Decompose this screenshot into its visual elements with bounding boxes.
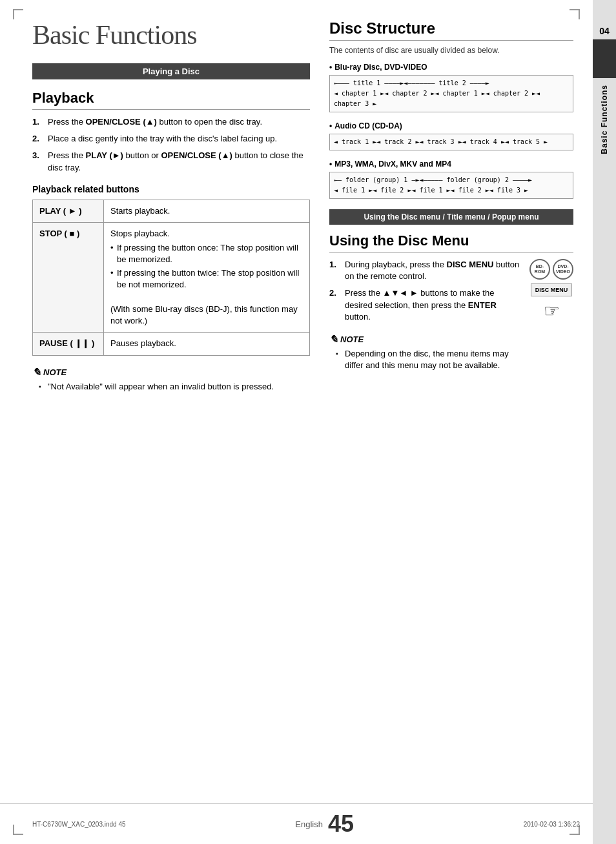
buttons-header: Playback related buttons <box>32 184 310 194</box>
dvd-video-icon: DVD-VIDEO <box>553 259 573 280</box>
bd-rom-icon: BD-ROM <box>529 259 550 280</box>
button-description: Stops playback. If pressing the button o… <box>104 222 310 333</box>
disc-type-label: Blu-ray Disc, DVD-VIDEO <box>329 63 573 72</box>
footer-filename: HT-C6730W_XAC_0203.indd 45 <box>32 821 126 828</box>
list-item: "Not Available" will appear when an inva… <box>39 381 310 393</box>
note-title: ✎ NOTE <box>329 333 520 345</box>
disc-menu-note: ✎ NOTE Depending on the disc, the menu i… <box>329 333 520 371</box>
list-item: 2. Press the ▲▼◄ ► buttons to make the d… <box>329 287 520 323</box>
note-label: NOTE <box>340 335 364 344</box>
chapter-title: Basic Functions <box>600 85 609 154</box>
list-item: Depending on the disc, the menu items ma… <box>336 348 520 371</box>
dvd-video-label: DVD-VIDEO <box>554 264 572 274</box>
corner-tl <box>13 9 23 19</box>
hand-icon: ☞ <box>544 300 560 322</box>
disc-diagram-cd: ◄ track 1 ►◄ track 2 ►◄ track 3 ►◄ track… <box>329 134 573 150</box>
page-wrapper: 04 Basic Functions Basic Functions Playi… <box>0 0 616 844</box>
table-row: PAUSE ( ❙❙ ) Pauses playback. <box>33 333 310 355</box>
note-icon: ✎ <box>32 366 41 378</box>
list-item: 1. Press the OPEN/CLOSE (▲) button to op… <box>32 116 310 128</box>
list-item: 3. Press the PLAY (►) button or OPEN/CLO… <box>32 150 310 173</box>
note-list: Depending on the disc, the menu items ma… <box>336 348 520 371</box>
list-item: 1. During playback, press the DISC MENU … <box>329 259 520 282</box>
chapter-number: 04 <box>599 26 610 36</box>
disc-icons-row: BD-ROM DVD-VIDEO <box>529 259 573 280</box>
disc-type-cd: Audio CD (CD-DA) ◄ track 1 ►◄ track 2 ►◄… <box>329 121 573 150</box>
disc-type-label: Audio CD (CD-DA) <box>329 121 573 130</box>
disc-menu-content: 1. During playback, press the DISC MENU … <box>329 259 573 373</box>
side-tab: 04 Basic Functions <box>593 0 616 844</box>
page-title: Basic Functions <box>32 19 310 50</box>
note-title: ✎ NOTE <box>32 366 310 378</box>
step-text: Press the ▲▼◄ ► buttons to make the desi… <box>345 287 520 323</box>
disc-type-label: MP3, WMA, DivX, MKV and MP4 <box>329 160 573 169</box>
note-section: ✎ NOTE "Not Available" will appear when … <box>32 366 310 393</box>
disc-menu-steps: 1. During playback, press the DISC MENU … <box>329 259 520 373</box>
disc-diagram-bluray: ←——— title 1 ————►◄——————— title 2 ————►… <box>329 75 573 112</box>
playback-steps: 1. Press the OPEN/CLOSE (▲) button to op… <box>32 116 310 174</box>
button-description: Pauses playback. <box>104 333 310 355</box>
step-number: 3. <box>32 150 44 173</box>
disc-intro: The contents of disc are usually divided… <box>329 46 573 55</box>
playback-title: Playback <box>32 90 310 110</box>
disc-menu-bar: Using the Disc menu / Title menu / Popup… <box>329 209 573 225</box>
note-label: NOTE <box>43 367 67 377</box>
step-text: During playback, press the DISC MENU but… <box>345 259 520 282</box>
left-column: Basic Functions Playing a Disc Playback … <box>32 19 310 394</box>
corner-tr <box>570 9 580 19</box>
step-number: 1. <box>329 259 341 282</box>
main-content: Basic Functions Playing a Disc Playback … <box>0 0 593 433</box>
playback-table: PLAY ( ► ) Starts playback. STOP ( ■ ) S… <box>32 200 310 356</box>
note-list: "Not Available" will appear when an inva… <box>39 381 310 393</box>
step-number: 1. <box>32 116 44 128</box>
disc-menu-icons: BD-ROM DVD-VIDEO DISC MENU ☞ <box>529 259 573 322</box>
list-item: 2. Place a disc gently into the tray wit… <box>32 133 310 145</box>
language-label: English <box>295 819 323 829</box>
button-label: PLAY ( ► ) <box>33 200 104 222</box>
disc-diagram-mp3: ←— folder (group) 1 —►◄————— folder (gro… <box>329 172 573 199</box>
page-number: 45 <box>328 810 354 838</box>
footer-page: English 45 <box>295 810 354 838</box>
footer-date: 2010-02-03 1:36:22 <box>524 821 580 828</box>
step-number: 2. <box>32 133 44 145</box>
step-text: Press the OPEN/CLOSE (▲) button to open … <box>48 116 262 128</box>
disc-structure-title: Disc Structure <box>329 19 573 41</box>
bd-rom-label: BD-ROM <box>531 264 549 274</box>
step-text: Press the PLAY (►) button or OPEN/CLOSE … <box>48 150 310 173</box>
table-row: STOP ( ■ ) Stops playback. If pressing t… <box>33 222 310 333</box>
disc-menu-title: Using the Disc Menu <box>329 232 573 252</box>
right-column: Disc Structure The contents of disc are … <box>323 19 573 394</box>
playing-a-disc-bar: Playing a Disc <box>32 63 310 79</box>
step-number: 2. <box>329 287 341 323</box>
note-icon: ✎ <box>329 333 338 345</box>
button-label: PAUSE ( ❙❙ ) <box>33 333 104 355</box>
disc-type-bluray: Blu-ray Disc, DVD-VIDEO ←——— title 1 ———… <box>329 63 573 112</box>
footer: HT-C6730W_XAC_0203.indd 45 English 45 20… <box>0 803 593 844</box>
table-row: PLAY ( ► ) Starts playback. <box>33 200 310 222</box>
disc-menu-button: DISC MENU <box>531 283 573 296</box>
button-description: Starts playback. <box>104 200 310 222</box>
disc-menu-numbered-list: 1. During playback, press the DISC MENU … <box>329 259 520 323</box>
step-text: Place a disc gently into the tray with t… <box>48 133 277 145</box>
side-tab-accent <box>593 39 616 78</box>
button-label: STOP ( ■ ) <box>33 222 104 333</box>
disc-type-mp3: MP3, WMA, DivX, MKV and MP4 ←— folder (g… <box>329 160 573 199</box>
